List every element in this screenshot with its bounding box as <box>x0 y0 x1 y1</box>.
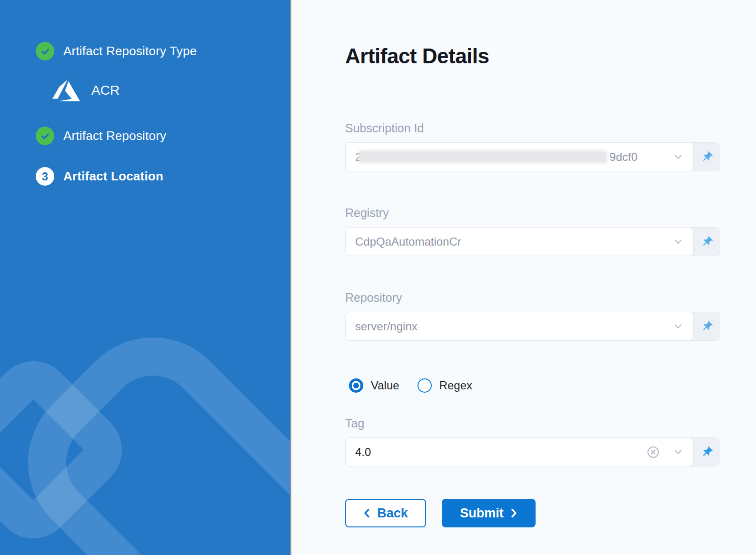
match-type-radio-group: Value Regex <box>349 378 490 393</box>
step-label: Artifact Repository Type <box>63 44 197 59</box>
artifact-details-panel: Artifact Details Subscription Id 2 9dcf0… <box>291 0 756 555</box>
registry-value: CdpQaAutomationCr <box>355 235 461 248</box>
sidebar-substep-acr[interactable]: ACR <box>52 79 119 102</box>
x-circle-clear-icon[interactable] <box>646 445 660 459</box>
value-radio-label[interactable]: Value <box>371 379 399 392</box>
subscription-id-label: Subscription Id <box>345 121 424 135</box>
subscription-id-field: 2 9dcf0 <box>345 142 720 171</box>
registry-select[interactable]: CdpQaAutomationCr <box>345 227 694 256</box>
pin-button[interactable] <box>694 438 720 466</box>
substep-label: ACR <box>91 83 119 98</box>
repository-label: Repository <box>345 291 402 305</box>
page-title: Artifact Details <box>345 44 489 68</box>
chevron-left-icon <box>363 508 370 518</box>
subscription-id-select[interactable]: 2 9dcf0 <box>345 142 694 171</box>
wizard-footer-buttons: Back Submit <box>345 499 536 527</box>
pin-button[interactable] <box>694 228 720 256</box>
tag-field: 4.0 <box>345 437 720 466</box>
tag-input[interactable]: 4.0 <box>345 437 694 466</box>
wizard-sidebar: Artifact Repository Type ACR Artifact Re… <box>0 0 290 555</box>
registry-field: CdpQaAutomationCr <box>345 227 720 256</box>
chevron-down-icon <box>674 237 683 246</box>
step-number-badge: 3 <box>36 167 54 186</box>
registry-label: Registry <box>345 206 389 220</box>
step-complete-check-icon <box>36 127 54 145</box>
pin-button[interactable] <box>694 143 720 171</box>
step-complete-check-icon <box>36 42 54 60</box>
regex-radio[interactable] <box>418 378 432 393</box>
pin-button[interactable] <box>694 312 720 340</box>
chevron-down-icon <box>674 322 683 331</box>
value-radio[interactable] <box>349 378 363 393</box>
sidebar-step-artifact-location[interactable]: 3 Artifact Location <box>36 167 163 186</box>
repository-field: server/nginx <box>345 312 720 341</box>
chevron-down-icon <box>674 447 683 456</box>
submit-button[interactable]: Submit <box>442 499 536 527</box>
redacted-value-blur <box>358 150 607 163</box>
regex-radio-label[interactable]: Regex <box>439 379 472 392</box>
submit-button-label: Submit <box>460 506 504 521</box>
tag-value: 4.0 <box>355 446 371 459</box>
repository-value: server/nginx <box>355 320 418 333</box>
chevron-right-icon <box>510 508 517 518</box>
azure-logo-icon <box>52 79 80 102</box>
chevron-down-icon <box>674 152 683 161</box>
sidebar-step-artifact-repository[interactable]: Artifact Repository <box>36 127 166 145</box>
back-button-label: Back <box>377 506 408 521</box>
subscription-id-value-suffix: 9dcf0 <box>609 150 637 164</box>
repository-select[interactable]: server/nginx <box>345 312 694 341</box>
back-button[interactable]: Back <box>345 499 426 527</box>
step-label: Artifact Repository <box>63 129 166 143</box>
step-label: Artifact Location <box>63 169 163 184</box>
sidebar-step-artifact-repository-type[interactable]: Artifact Repository Type <box>36 42 197 60</box>
tag-label: Tag <box>345 416 364 430</box>
